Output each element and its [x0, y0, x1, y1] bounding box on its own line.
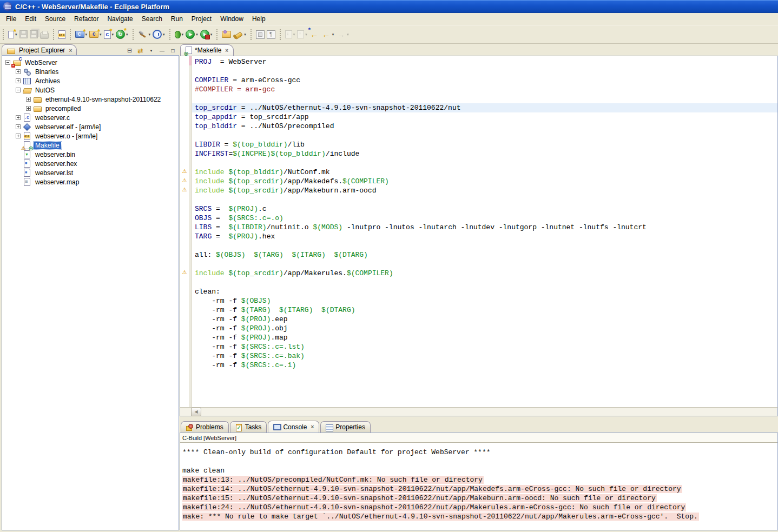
warning-marker-icon[interactable]: ⚠ — [180, 185, 189, 194]
console-output[interactable]: **** Clean-only build of configuration D… — [180, 443, 777, 530]
expand-icon[interactable] — [26, 97, 31, 102]
editor-tab-makefile[interactable]: *Makefile × — [180, 44, 234, 56]
code-line[interactable]: include $(top_srcdir)/app/Makerules.$(CO… — [195, 269, 777, 278]
menu-project[interactable]: Project — [187, 14, 216, 24]
expand-icon[interactable] — [16, 134, 21, 138]
new-c-file-button[interactable]: ▾ — [103, 28, 115, 41]
tree-item-webserver[interactable]: ×WebServer — [2, 58, 179, 67]
build-hammer-button[interactable]: ▾ — [137, 28, 152, 41]
expand-icon[interactable] — [16, 78, 21, 83]
menu-help[interactable]: Help — [248, 14, 270, 24]
code-line[interactable] — [195, 195, 777, 204]
tree-item-ethernut-4.9.10-svn-snapshot-20110622[interactable]: ethernut-4.9.10-svn-snapshot-20110622 — [2, 95, 179, 104]
scroll-left-button[interactable]: ◀ — [191, 408, 201, 416]
open-resource-button[interactable] — [221, 28, 232, 41]
menu-navigate[interactable]: Navigate — [103, 14, 137, 24]
tree-item-webserver.map[interactable]: webserver.map — [2, 177, 179, 187]
code-line[interactable]: -rm -f $(SRCS:.c=.i) — [195, 361, 777, 370]
dropdown-arrow-icon[interactable]: ▾ — [182, 32, 184, 37]
minimize-icon[interactable] — [157, 46, 167, 55]
last-edit-location-button[interactable] — [308, 28, 320, 41]
view-menu-icon[interactable] — [147, 46, 156, 55]
tab-problems[interactable]: Problems — [181, 421, 229, 433]
code-line-current[interactable]: top_srcdir = ../NutOS/ethernut-4.9.10-sv… — [192, 103, 777, 112]
link-editor-icon[interactable] — [136, 46, 145, 55]
code-line[interactable] — [195, 158, 777, 168]
code-line[interactable]: OBJS = $(SRCS:.c=.o) — [195, 214, 777, 223]
tree-item-makefile[interactable]: ⚠Makefile — [2, 141, 179, 150]
tree-item-binaries[interactable]: Binaries — [2, 67, 179, 76]
build-config-button[interactable]: ▾ — [151, 28, 166, 41]
close-icon[interactable]: × — [225, 48, 228, 54]
code-line[interactable]: COMPILER = arm-eCross-gcc — [195, 76, 777, 85]
tree-item-webserver.o-arm-le-[interactable]: webserver.o - [arm/le] — [2, 131, 179, 141]
menu-run[interactable]: Run — [167, 14, 187, 24]
dropdown-arrow-icon[interactable]: ▾ — [196, 32, 198, 37]
code-line[interactable]: #COMPILER = arm-gcc — [195, 85, 777, 94]
tab-properties[interactable]: Properties — [320, 421, 371, 433]
collapse-icon[interactable] — [5, 60, 10, 65]
code-line[interactable]: -rm -f $(PROJ).map — [195, 333, 777, 342]
tree-item-webserver.bin[interactable]: webserver.bin — [2, 150, 179, 159]
menu-source[interactable]: Source — [41, 14, 70, 24]
menu-search[interactable]: Search — [137, 14, 167, 24]
debug-button[interactable]: ▾ — [174, 28, 185, 41]
new-source-folder-button[interactable]: ▾ — [88, 28, 103, 41]
menu-file[interactable]: File — [2, 14, 21, 24]
menu-edit[interactable]: Edit — [21, 14, 41, 24]
collapse-icon[interactable] — [16, 88, 21, 92]
warning-marker-icon[interactable]: ⚠ — [180, 167, 189, 176]
tree-item-nutos[interactable]: NutOS — [2, 85, 179, 95]
code-line[interactable]: include $(top_srcdir)/app/Makedefs.$(COM… — [195, 177, 777, 186]
code-line[interactable]: all: $(OBJS) $(TARG) $(ITARG) $(DTARG) — [195, 250, 777, 260]
code-line[interactable]: include $(top_srcdir)/app/Makeburn.arm-o… — [195, 186, 777, 195]
code-line[interactable]: LIBS = $(LIBDIR)/nutinit.o $(MODS) -lnut… — [195, 223, 777, 232]
back-button[interactable]: ▾ — [320, 28, 335, 41]
warning-marker-icon[interactable]: ⚠ — [180, 176, 189, 185]
expand-icon[interactable] — [16, 124, 21, 129]
code-line[interactable] — [195, 66, 777, 76]
code-line[interactable]: top_appdir = top_srcdir/app — [195, 112, 777, 122]
code-line[interactable]: TARG = $(PROJ).hex — [195, 232, 777, 241]
search-button[interactable]: ▾ — [232, 28, 247, 41]
code-line[interactable]: PROJ = WebServer — [195, 57, 777, 66]
tree-item-webserver.lst[interactable]: webserver.lst — [2, 168, 179, 177]
tree-item-webserver.elf-arm-le-[interactable]: webserver.elf - [arm/le] — [2, 122, 179, 131]
code-line[interactable]: top_blddir = ../NutOS/precompiled — [195, 122, 777, 131]
dropdown-arrow-icon[interactable]: ▾ — [244, 32, 246, 37]
maximize-icon[interactable] — [168, 46, 177, 55]
code-line[interactable]: clean: — [195, 287, 777, 296]
code-line[interactable]: -rm -f $(SRCS:.c=.bak) — [195, 351, 777, 361]
mark-occurrences-button[interactable] — [255, 28, 266, 41]
editor-text-area[interactable]: PROJ = WebServerCOMPILER = arm-eCross-gc… — [192, 56, 777, 407]
code-line[interactable]: SRCS = $(PROJ).c — [195, 204, 777, 214]
editor-horizontal-scrollbar[interactable]: ◀ ▶ — [180, 407, 778, 416]
tab-console[interactable]: Console× — [268, 421, 319, 433]
tab-tasks[interactable]: Tasks — [230, 421, 267, 433]
dropdown-arrow-icon[interactable]: ▾ — [149, 32, 151, 37]
project-explorer-tab[interactable]: Project Explorer × — [2, 44, 77, 56]
show-whitespace-button[interactable] — [266, 28, 276, 41]
tree-item-webserver.c[interactable]: webserver.c — [2, 113, 179, 122]
close-icon[interactable]: × — [69, 48, 72, 54]
code-line[interactable] — [195, 278, 777, 287]
code-line[interactable]: -rm -f $(OBJS) — [195, 296, 777, 305]
window-title-bar[interactable]: C/C++ - WebServer/Makefile - Eclipse Pla… — [0, 0, 778, 13]
dropdown-arrow-icon[interactable]: ▾ — [332, 32, 334, 37]
menu-refactor[interactable]: Refactor — [70, 14, 103, 24]
code-line[interactable]: -rm -f $(TARG) $(ITARG) $(DTARG) — [195, 305, 777, 315]
expand-icon[interactable] — [16, 69, 21, 74]
expand-icon[interactable] — [16, 115, 21, 120]
new-wizard-button[interactable]: ▾ — [7, 28, 18, 41]
code-line[interactable]: -rm -f $(PROJ).obj — [195, 324, 777, 333]
tree-item-archives[interactable]: Archives — [2, 76, 179, 85]
code-line[interactable] — [195, 241, 777, 250]
collapse-all-icon[interactable] — [125, 46, 134, 55]
code-line[interactable]: -rm -f $(SRCS:.c=.lst) — [195, 342, 777, 351]
dropdown-arrow-icon[interactable]: ▾ — [210, 32, 213, 37]
external-tools-button[interactable]: ▾ — [199, 28, 214, 41]
close-icon[interactable]: × — [311, 424, 314, 430]
code-line[interactable]: -rm -f $(PROJ).eep — [195, 315, 777, 324]
warning-marker-icon[interactable]: ⚠ — [180, 268, 189, 277]
expand-icon[interactable] — [26, 106, 31, 111]
